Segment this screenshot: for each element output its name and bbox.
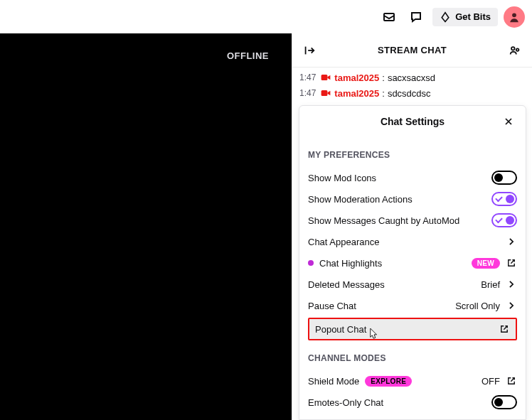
inbox-icon[interactable] xyxy=(378,6,400,28)
cursor-icon xyxy=(369,328,379,340)
msg-user[interactable]: tamal2025 xyxy=(334,72,379,83)
external-link-icon xyxy=(506,257,517,269)
get-bits-label: Get Bits xyxy=(455,11,491,22)
toggle-emotes-only[interactable] xyxy=(491,395,517,409)
external-link-icon xyxy=(506,375,517,387)
row-label: Deleted Messages xyxy=(308,279,385,290)
close-icon[interactable] xyxy=(500,113,517,130)
row-value: OFF xyxy=(482,376,500,387)
row-popout-chat[interactable]: Popout Chat xyxy=(308,318,517,340)
row-label: Show Moderation Actions xyxy=(308,194,413,205)
row-label: Shield Mode xyxy=(308,376,359,387)
chat-messages: 1:47 tamal2025: sacxsacxsd 1:47 tamal202… xyxy=(292,68,532,103)
msg-text: sdcsdcdsc xyxy=(388,88,431,99)
community-icon[interactable] xyxy=(505,41,525,60)
toggle-show-mod-icons[interactable] xyxy=(491,171,517,185)
broadcaster-icon xyxy=(320,72,331,83)
avatar[interactable] xyxy=(504,6,525,28)
row-label: Chat Highlights xyxy=(319,258,382,269)
video-player: OFFLINE xyxy=(0,33,292,420)
msg-user[interactable]: tamal2025 xyxy=(334,88,379,99)
collapse-chat-icon[interactable] xyxy=(299,41,319,60)
row-label: Chat Appearance xyxy=(308,237,379,247)
settings-header: Chat Settings xyxy=(299,106,526,137)
row-shield-mode[interactable]: Shield Mode EXPLORE OFF xyxy=(308,370,517,392)
top-bar: Get Bits xyxy=(0,0,532,33)
msg-time: 1:47 xyxy=(299,88,316,98)
row-chat-highlights[interactable]: Chat Highlights NEW xyxy=(308,252,517,274)
chevron-right-icon xyxy=(506,418,517,419)
row-followers-only[interactable]: Followers-Only Chat OFF xyxy=(308,413,517,419)
row-chat-appearance[interactable]: Chat Appearance xyxy=(308,231,517,252)
row-label: Pause Chat xyxy=(308,301,356,311)
row-show-mod-icons: Show Mod Icons xyxy=(308,167,517,188)
chat-header: STREAM CHAT xyxy=(292,33,532,68)
row-label: Emotes-Only Chat xyxy=(308,397,383,408)
offline-label: OFFLINE xyxy=(227,50,269,61)
chat-settings-panel: Chat Settings MY PREFERENCES Show Mod Ic… xyxy=(299,105,526,420)
whispers-icon[interactable] xyxy=(405,6,427,28)
get-bits-button[interactable]: Get Bits xyxy=(432,8,498,26)
svg-point-2 xyxy=(511,47,515,50)
msg-time: 1:47 xyxy=(299,72,316,82)
section-channel-modes: CHANNEL MODES xyxy=(308,353,517,363)
section-my-preferences: MY PREFERENCES xyxy=(308,150,517,160)
toggle-show-automod[interactable] xyxy=(491,213,517,227)
row-value: Scroll Only xyxy=(455,301,500,311)
external-link-icon xyxy=(499,323,510,335)
row-show-mod-actions: Show Moderation Actions xyxy=(308,188,517,210)
row-value: Brief xyxy=(481,279,500,290)
new-badge: NEW xyxy=(472,258,500,269)
chevron-right-icon xyxy=(506,236,517,247)
svg-rect-4 xyxy=(321,75,328,80)
row-label: Followers-Only Chat xyxy=(308,419,392,420)
highlight-dot-icon xyxy=(308,260,314,266)
settings-title: Chat Settings xyxy=(325,116,500,127)
row-show-automod: Show Messages Caught by AutoMod xyxy=(308,210,517,231)
chevron-right-icon xyxy=(506,300,517,311)
svg-point-1 xyxy=(512,13,516,17)
explore-badge: EXPLORE xyxy=(365,376,412,387)
chat-title: STREAM CHAT xyxy=(319,45,505,55)
bits-icon xyxy=(440,11,451,23)
settings-body: MY PREFERENCES Show Mod Icons Show Moder… xyxy=(299,137,526,419)
toggle-show-mod-actions[interactable] xyxy=(491,192,517,206)
svg-rect-5 xyxy=(321,90,328,96)
msg-text: sacxsacxsd xyxy=(388,72,435,83)
chevron-right-icon xyxy=(506,279,517,290)
broadcaster-icon xyxy=(320,87,331,99)
row-label: Popout Chat xyxy=(315,324,366,335)
user-icon xyxy=(508,11,521,23)
row-label: Show Messages Caught by AutoMod xyxy=(308,215,459,226)
chat-message: 1:47 tamal2025: sdcsdcdsc xyxy=(299,87,525,99)
row-value: OFF xyxy=(482,419,500,420)
svg-point-3 xyxy=(516,48,519,51)
row-deleted-messages[interactable]: Deleted Messages Brief xyxy=(308,274,517,295)
row-emotes-only: Emotes-Only Chat xyxy=(308,392,517,413)
row-label: Show Mod Icons xyxy=(308,173,376,183)
row-pause-chat[interactable]: Pause Chat Scroll Only xyxy=(308,295,517,316)
chat-message: 1:47 tamal2025: sacxsacxsd xyxy=(299,72,525,83)
